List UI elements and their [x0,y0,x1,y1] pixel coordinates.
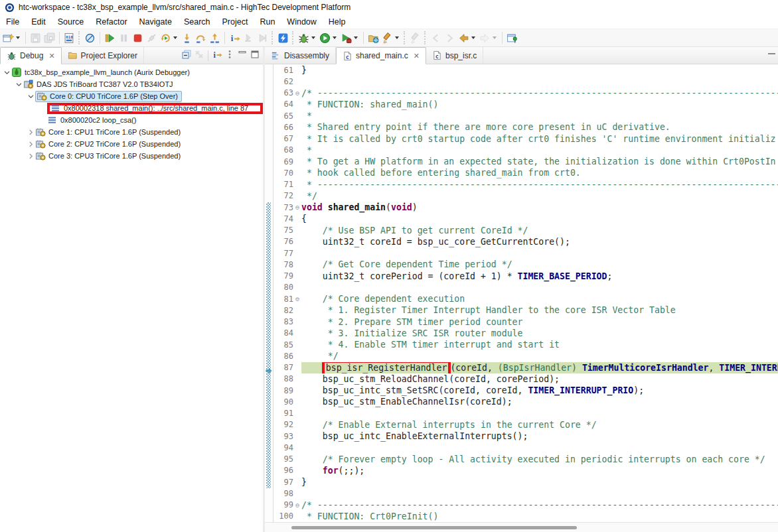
line-number[interactable]: 79 [273,271,293,281]
tree-item[interactable]: Core 0: CPU0 TriCore 1.6P (Step Over) [35,91,182,102]
line-number[interactable]: 62 [273,77,293,86]
line-number[interactable]: 85 [273,340,293,350]
line-number[interactable]: 92 [273,420,293,429]
editor-tab-disassembly[interactable]: Disassembly [265,47,336,64]
skip-all-breakpoints-button[interactable] [83,30,97,46]
view-tab-project-explorer[interactable]: Project Explorer [62,47,144,64]
line-number[interactable]: 82 [273,306,293,315]
line-number[interactable]: 84 [273,328,293,338]
line-number[interactable]: 99 [273,500,293,509]
dropdown-caret-icon[interactable] [493,36,497,39]
line-number[interactable]: 66 [273,123,293,132]
line-number[interactable]: 80 [273,283,293,292]
dropdown-caret-icon[interactable] [354,36,358,39]
highlighter-pen-button[interactable] [380,30,402,46]
line-number[interactable]: 91 [273,409,293,418]
open-element-button[interactable] [366,30,380,46]
view-menu-button[interactable] [224,49,235,62]
collapse-all-button[interactable] [181,49,192,62]
line-number[interactable]: 68 [273,145,293,155]
suspend-button[interactable] [117,30,131,46]
menu-item-run[interactable]: Run [254,16,281,28]
move-to-line-button[interactable] [242,30,256,46]
line-number[interactable]: 74 [273,214,293,224]
menu-item-source[interactable]: Source [52,16,90,28]
dropdown-caret-icon[interactable] [333,36,337,39]
fold-marker-icon[interactable]: ⊖ [293,204,301,211]
line-number[interactable]: 95 [273,454,293,464]
line-number[interactable]: 93 [273,432,293,441]
line-number[interactable]: 88 [273,374,293,383]
menu-item-file[interactable]: File [0,16,25,28]
tree-item[interactable]: tc38x_bsp_example_llvm_launch (Aurix Deb… [11,67,190,78]
line-number[interactable]: 90 [273,397,293,407]
line-number[interactable]: 63 [273,88,293,98]
fold-marker-icon[interactable]: ⊖ [293,295,301,302]
scrollbar-thumb[interactable] [291,526,577,529]
tree-item[interactable]: DAS JDS TriBoard TC387 V2.0 TB34IOTJ [23,79,173,90]
expand-toggle[interactable] [27,129,35,136]
tab-close-icon[interactable]: ✕ [48,52,54,60]
line-number[interactable]: 64 [273,100,293,109]
expand-toggle[interactable] [27,141,35,148]
horizontal-scrollbar[interactable] [265,522,778,532]
dropdown-caret-icon[interactable] [395,36,399,39]
annotation-ruler[interactable] [265,64,273,522]
tree-item[interactable]: Core 2: CPU2 TriCore 1.6P (Suspended) [35,139,181,150]
line-number[interactable]: 96 [273,466,293,475]
line-number[interactable]: 78 [273,260,293,269]
line-number[interactable]: 89 [273,386,293,395]
step-into-button[interactable] [180,30,194,46]
menu-item-navigate[interactable]: Navigate [133,16,178,28]
terminate-button[interactable] [131,30,145,46]
binary-display-button[interactable]: 010 [62,30,76,46]
line-number[interactable]: 65 [273,111,293,121]
forward-button[interactable] [478,30,499,46]
maximize-button[interactable] [250,49,260,62]
dropdown-caret-icon[interactable] [173,36,177,39]
line-number[interactable]: 75 [273,226,293,235]
back-button[interactable] [457,30,478,46]
restart-button[interactable] [159,30,180,46]
save-button[interactable] [29,30,42,46]
expand-toggle[interactable] [15,81,23,88]
menu-item-refactor[interactable]: Refactor [90,16,133,28]
resume-at-line-button[interactable] [256,30,270,46]
disconnect-button[interactable] [145,30,159,46]
menu-item-help[interactable]: Help [323,16,352,28]
line-number[interactable]: 87 [273,363,293,372]
instruction-stepping-button[interactable]: i [212,49,222,62]
fold-marker-icon[interactable]: ⊖ [293,501,301,509]
line-number[interactable]: 77 [273,249,293,258]
dropdown-caret-icon[interactable] [16,36,20,39]
expand-toggle[interactable] [3,69,11,76]
menu-item-search[interactable]: Search [178,16,216,28]
dropdown-caret-icon[interactable] [471,36,475,39]
view-tab-debug[interactable]: Debug✕ [0,47,62,64]
menu-item-edit[interactable]: Edit [25,16,52,28]
dropdown-caret-icon[interactable] [311,36,315,39]
expand-toggle[interactable] [27,93,35,100]
editor-minimize-icon[interactable] [768,53,775,55]
debug-button[interactable] [297,30,318,46]
line-number[interactable]: 98 [273,489,293,498]
tree-item[interactable]: 0x800020c2 loop_csa() [47,115,136,126]
step-over-button[interactable] [194,30,208,46]
minimize-button[interactable] [237,49,248,62]
next-edit-button[interactable] [443,30,457,46]
editor-tab-shared-main-c[interactable]: cshared_main.c✕ [336,47,426,64]
line-number[interactable]: 94 [273,443,293,452]
line-number[interactable]: 71 [273,180,293,189]
line-number[interactable]: 73 [273,203,293,212]
tab-close-icon[interactable]: ✕ [414,52,420,60]
expand-toggle[interactable] [27,153,35,160]
line-number[interactable]: 76 [273,237,293,246]
menu-item-project[interactable]: Project [216,16,254,28]
line-number[interactable]: 61 [273,66,293,75]
line-number[interactable]: 83 [273,317,293,326]
instruction-stepping-button[interactable]: i [228,30,242,46]
save-all-button[interactable] [42,30,56,46]
line-number[interactable]: 81 [273,295,293,304]
external-tools-button[interactable] [339,30,360,46]
previous-edit-button[interactable] [429,30,443,46]
